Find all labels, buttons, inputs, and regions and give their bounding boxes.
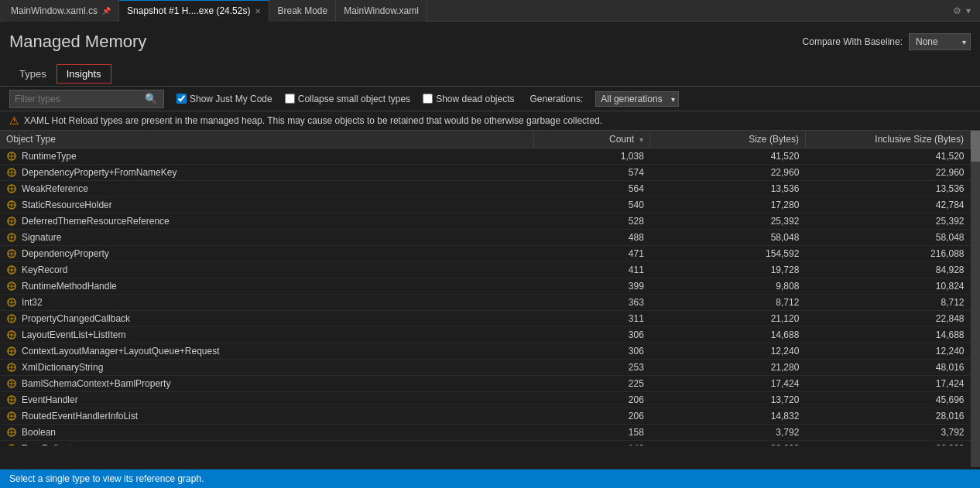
gear-icon[interactable]: ⚙: [953, 5, 961, 16]
table-row[interactable]: DependencyProperty+FromNameKey 574 22,96…: [0, 165, 971, 181]
table-row[interactable]: ContextLayoutManager+LayoutQueue+Request…: [0, 343, 971, 360]
cell-object-type: EventHandler: [0, 392, 533, 408]
table-row[interactable]: PropertyChangedCallback 311 21,120 22,84…: [0, 311, 971, 327]
cell-count: 574: [533, 165, 649, 181]
show-dead-label: Show dead objects: [436, 94, 514, 104]
table-row[interactable]: Int32 363 8,712 8,712: [0, 295, 971, 311]
compare-dropdown-wrapper[interactable]: None: [909, 33, 971, 50]
search-input[interactable]: [10, 94, 142, 104]
object-icon: [6, 264, 17, 275]
table-scroll-outer: Object Type Count ▾ Size (Bytes) Inclusi…: [0, 131, 980, 467]
tab-mainwindow-cs[interactable]: MainWindow.xaml.cs 📌: [3, 0, 119, 22]
collapse-small-checkbox-label[interactable]: Collapse small object types: [285, 94, 410, 104]
cell-object-type: XmlDictionaryString: [0, 360, 533, 376]
generations-dropdown[interactable]: All generations Gen 0 Gen 1 Gen 2 LOH: [595, 91, 679, 107]
object-icon: [6, 167, 17, 178]
tab-label: MainWindow.xaml: [344, 5, 419, 16]
table-row[interactable]: LayoutEventList+ListItem 306 14,688 14,6…: [0, 327, 971, 343]
table-row[interactable]: KeyRecord 411 19,728 84,928: [0, 262, 971, 278]
cell-object-type: Signature: [0, 230, 533, 246]
tab-break-mode[interactable]: Break Mode: [269, 0, 336, 22]
search-icon[interactable]: 🔍: [142, 90, 160, 108]
tab-snapshot[interactable]: Snapshot #1 H....exe (24.52s) ✕: [119, 0, 269, 22]
type-name: RuntimeMethodHandle: [22, 281, 117, 292]
show-my-code-label: Show Just My Code: [190, 94, 272, 104]
cell-object-type: DependencyProperty+FromNameKey: [0, 165, 533, 181]
col-header-count[interactable]: Count ▾: [533, 131, 649, 148]
tab-mainwindow-xaml[interactable]: MainWindow.xaml: [336, 0, 427, 22]
cell-inclusive: 66,928: [805, 441, 970, 446]
table-header-row: Object Type Count ▾ Size (Bytes) Inclusi…: [0, 131, 971, 148]
compare-dropdown[interactable]: None: [909, 33, 971, 50]
cell-size: 36,608: [650, 441, 806, 446]
col-header-object-type[interactable]: Object Type: [0, 131, 533, 148]
scrollbar-thumb[interactable]: [971, 131, 980, 162]
cell-count: 411: [533, 262, 649, 278]
cell-object-type: TypeReflector: [0, 441, 533, 446]
subtab-bar: Types Insights: [0, 62, 980, 87]
table-container[interactable]: Object Type Count ▾ Size (Bytes) Inclusi…: [0, 131, 971, 445]
type-name: Signature: [22, 232, 61, 243]
object-icon: [6, 346, 17, 357]
table-row[interactable]: RuntimeType 1,038 41,520 41,520: [0, 148, 971, 165]
cell-count: 143: [533, 441, 649, 446]
cell-size: 21,120: [650, 311, 806, 327]
type-name: Boolean: [22, 427, 56, 438]
show-dead-checkbox-label[interactable]: Show dead objects: [423, 94, 514, 104]
cell-count: 225: [533, 376, 649, 392]
table-row[interactable]: Signature 488 58,048 58,048: [0, 230, 971, 246]
cell-count: 306: [533, 343, 649, 360]
table-row[interactable]: TypeReflector 143 36,608 66,928: [0, 441, 971, 446]
table-row[interactable]: XmlDictionaryString 253 21,280 48,016: [0, 360, 971, 376]
cell-size: 22,960: [650, 165, 806, 181]
search-box[interactable]: 🔍: [9, 90, 164, 108]
table-row[interactable]: DependencyProperty 471 154,592 216,088: [0, 246, 971, 262]
cell-inclusive: 41,520: [805, 148, 970, 165]
generations-dropdown-wrapper[interactable]: All generations Gen 0 Gen 1 Gen 2 LOH: [595, 91, 679, 107]
cell-size: 21,280: [650, 360, 806, 376]
tab-insights[interactable]: Insights: [57, 64, 111, 84]
col-header-inclusive[interactable]: Inclusive Size (Bytes): [805, 131, 970, 148]
cell-count: 399: [533, 278, 649, 295]
col-count-label: Count: [609, 134, 634, 145]
cell-count: 471: [533, 246, 649, 262]
cell-count: 1,038: [533, 148, 649, 165]
table-row[interactable]: WeakReference 564 13,536 13,536: [0, 181, 971, 197]
table-row[interactable]: EventHandler 206 13,720 45,696: [0, 392, 971, 408]
tab-label: Snapshot #1 H....exe (24.52s): [127, 5, 250, 16]
table-row[interactable]: Boolean 158 3,792 3,792: [0, 425, 971, 441]
table-row[interactable]: BamlSchemaContext+BamlProperty 225 17,42…: [0, 376, 971, 392]
cell-count: 363: [533, 295, 649, 311]
show-my-code-checkbox-label[interactable]: Show Just My Code: [176, 94, 272, 104]
object-icon: [6, 281, 17, 292]
object-icon: [6, 411, 17, 421]
cell-count: 253: [533, 360, 649, 376]
show-my-code-checkbox[interactable]: [176, 94, 187, 104]
object-icon: [6, 183, 17, 194]
cell-inclusive: 45,696: [805, 392, 970, 408]
data-table: Object Type Count ▾ Size (Bytes) Inclusi…: [0, 131, 971, 445]
collapse-small-label: Collapse small object types: [298, 94, 410, 104]
col-size-label: Size (Bytes): [749, 134, 799, 145]
show-dead-checkbox[interactable]: [423, 94, 433, 104]
table-row[interactable]: RuntimeMethodHandle 399 9,808 10,824: [0, 278, 971, 295]
cell-object-type: LayoutEventList+ListItem: [0, 327, 533, 343]
table-row[interactable]: RoutedEventHandlerInfoList 206 14,832 28…: [0, 408, 971, 425]
cell-object-type: Int32: [0, 295, 533, 311]
cell-inclusive: 13,536: [805, 181, 970, 197]
cell-size: 8,712: [650, 295, 806, 311]
cell-size: 58,048: [650, 230, 806, 246]
collapse-small-checkbox[interactable]: [285, 94, 295, 104]
cell-size: 17,424: [650, 376, 806, 392]
cell-object-type: PropertyChangedCallback: [0, 311, 533, 327]
chevron-down-icon[interactable]: ▾: [966, 5, 971, 16]
type-name: LayoutEventList+ListItem: [22, 329, 125, 340]
type-name: StaticResourceHolder: [22, 200, 112, 210]
col-header-size[interactable]: Size (Bytes): [650, 131, 806, 148]
table-row[interactable]: DeferredThemeResourceReference 528 25,39…: [0, 213, 971, 230]
tab-types[interactable]: Types: [9, 64, 57, 84]
right-scrollbar[interactable]: [971, 131, 980, 467]
cell-object-type: WeakReference: [0, 181, 533, 197]
close-icon[interactable]: ✕: [255, 7, 261, 15]
table-row[interactable]: StaticResourceHolder 540 17,280 42,784: [0, 197, 971, 213]
